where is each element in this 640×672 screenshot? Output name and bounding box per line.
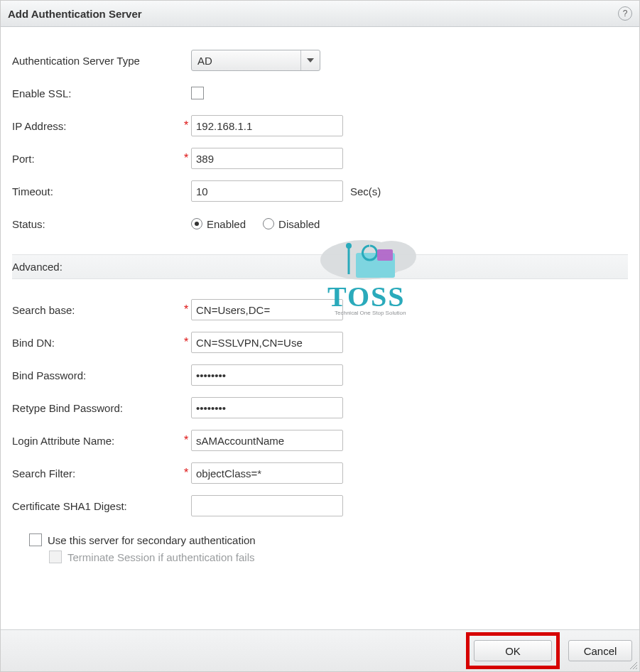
row-status: Status: Enabled Disabled	[12, 207, 628, 240]
row-server-type: Authentication Server Type AD	[12, 44, 628, 77]
login-attr-label: Login Attribute Name:	[12, 435, 181, 447]
retype-pw-label: Retype Bind Password:	[12, 402, 181, 414]
ok-highlight-box: OK	[466, 632, 560, 669]
search-base-label: Search base:	[12, 304, 181, 316]
server-type-label: Authentication Server Type	[12, 55, 181, 67]
dialog-window: Add Authentication Server ? Authenticati…	[0, 0, 640, 672]
secondary-auth-block: Use this server for secondary authentica…	[12, 522, 628, 563]
bind-dn-input[interactable]	[191, 332, 343, 353]
row-timeout: Timeout: Sec(s)	[12, 175, 628, 207]
timeout-input[interactable]	[191, 180, 343, 202]
dialog-body: Authentication Server Type AD Enable SSL…	[1, 27, 639, 563]
search-filter-input[interactable]	[191, 462, 343, 484]
row-retype-pw: Retype Bind Password:	[12, 391, 628, 424]
help-icon[interactable]: ?	[618, 6, 632, 21]
cert-sha1-input[interactable]	[191, 495, 343, 516]
port-input[interactable]	[191, 148, 343, 169]
title-bar: Add Authentication Server ?	[1, 1, 639, 27]
row-login-attr: Login Attribute Name: *	[12, 424, 628, 457]
terminate-session-label: Terminate Session if authentication fail…	[67, 551, 254, 563]
status-enabled-label: Enabled	[207, 218, 246, 230]
row-search-filter: Search Filter: *	[12, 457, 628, 489]
timeout-unit: Sec(s)	[350, 185, 381, 197]
row-ip: IP Address: *	[12, 109, 628, 142]
row-bind-dn: Bind DN: *	[12, 326, 628, 359]
bind-pw-label: Bind Password:	[12, 369, 181, 381]
required-icon: *	[181, 435, 191, 446]
server-type-select[interactable]: AD	[191, 50, 320, 71]
chevron-down-icon	[300, 50, 320, 70]
status-label: Status:	[12, 218, 181, 230]
dialog-title: Add Authentication Server	[8, 8, 142, 20]
row-cert-sha1: Certificate SHA1 Digest:	[12, 489, 628, 522]
svg-line-10	[636, 668, 637, 669]
enable-ssl-checkbox[interactable]	[191, 87, 204, 99]
status-disabled-label: Disabled	[278, 218, 320, 230]
server-type-value: AD	[192, 55, 300, 67]
search-filter-label: Search Filter:	[12, 467, 181, 479]
ip-input[interactable]	[191, 115, 343, 136]
row-port: Port: *	[12, 142, 628, 175]
required-icon: *	[181, 120, 191, 131]
secondary-auth-label: Use this server for secondary authentica…	[48, 534, 256, 546]
timeout-label: Timeout:	[12, 185, 181, 197]
secondary-auth-checkbox[interactable]	[29, 533, 42, 546]
ip-label: IP Address:	[12, 120, 181, 132]
terminate-session-checkbox	[49, 551, 62, 563]
status-enabled-radio[interactable]	[191, 218, 202, 229]
row-bind-pw: Bind Password:	[12, 359, 628, 391]
enable-ssl-label: Enable SSL:	[12, 87, 181, 99]
resize-grip-icon[interactable]	[628, 660, 638, 670]
retype-pw-input[interactable]	[191, 397, 343, 418]
ok-button[interactable]: OK	[474, 640, 552, 661]
required-icon: *	[181, 304, 191, 315]
advanced-heading: Advanced:	[12, 254, 628, 279]
required-icon: *	[181, 467, 191, 479]
status-disabled-radio[interactable]	[263, 218, 274, 229]
row-enable-ssl: Enable SSL:	[12, 77, 628, 109]
cert-sha1-label: Certificate SHA1 Digest:	[12, 500, 181, 512]
row-search-base: Search base: *	[12, 293, 628, 326]
bind-pw-input[interactable]	[191, 364, 343, 386]
port-label: Port:	[12, 153, 181, 165]
cancel-button[interactable]: Cancel	[568, 640, 632, 661]
bind-dn-label: Bind DN:	[12, 337, 181, 349]
login-attr-input[interactable]	[191, 430, 343, 451]
required-icon: *	[181, 153, 191, 164]
search-base-input[interactable]	[191, 299, 343, 320]
dialog-footer: OK Cancel	[1, 629, 639, 671]
required-icon: *	[181, 337, 191, 348]
